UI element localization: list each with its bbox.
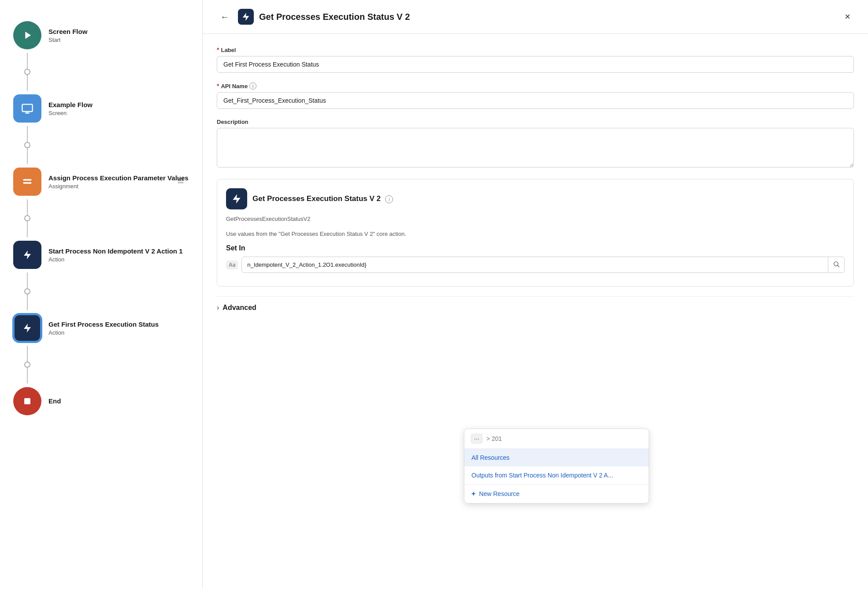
flow-row-get-first-process: Get First Process Execution Status Actio…	[13, 310, 189, 346]
label-label: * Label	[217, 46, 854, 53]
advanced-label: Advanced	[223, 304, 256, 312]
dot-1	[24, 69, 30, 75]
panel-header: ← Get Processes Execution Status V 2 ×	[203, 0, 868, 34]
description-textarea[interactable]	[217, 128, 854, 168]
connector-1b	[27, 75, 28, 91]
label-input[interactable]	[217, 56, 854, 73]
svg-rect-11	[24, 398, 30, 404]
new-resource-label: New Resource	[479, 490, 519, 497]
plus-icon: +	[471, 490, 475, 498]
svg-rect-4	[23, 179, 32, 181]
label-form-group: * Label	[217, 46, 854, 73]
svg-marker-12	[243, 13, 249, 21]
panel-title: Get Processes Execution Status V 2	[259, 12, 836, 22]
action-card-header: Get Processes Execution Status V 2 i	[226, 188, 845, 209]
connector-3b	[27, 221, 28, 237]
start-icon	[13, 21, 41, 49]
end-title: End	[48, 397, 61, 406]
outputs-label: Outputs from Start Process Non Idempoten…	[471, 472, 613, 479]
back-button[interactable]: ←	[217, 10, 233, 24]
dropdown-item-outputs[interactable]: Outputs from Start Process Non Idempoten…	[464, 466, 649, 484]
flow-row-assign-process: Assign Process Execution Parameter Value…	[13, 164, 189, 199]
description-label: Description	[217, 119, 854, 125]
example-flow-label: Example Flow Screen	[48, 101, 93, 117]
execution-id-input[interactable]	[242, 258, 828, 272]
label-required: *	[217, 46, 219, 53]
flow-node-screen-flow[interactable]: Screen Flow Start	[13, 18, 87, 53]
connector-1	[27, 53, 28, 69]
label-text: Label	[221, 47, 236, 53]
panel-header-icon	[238, 9, 254, 25]
connector-5	[27, 346, 28, 362]
action-bolt-icon-1	[13, 241, 41, 269]
start-process-label: Start Process Non Idempotent V 2 Action …	[48, 247, 183, 263]
flow-node-start-process[interactable]: Start Process Non Idempotent V 2 Action …	[13, 237, 183, 272]
connector-2	[27, 126, 28, 142]
dropdown-dots-button[interactable]: ···	[471, 433, 483, 444]
get-first-process-title: Get First Process Execution Status	[48, 320, 159, 329]
dropdown-search-row: ···	[464, 429, 649, 449]
assign-process-title: Assign Process Execution Parameter Value…	[48, 174, 189, 183]
assign-process-label: Assign Process Execution Parameter Value…	[48, 174, 189, 190]
api-info-icon[interactable]: i	[249, 82, 256, 89]
action-card-title-group: Get Processes Execution Status V 2 i	[252, 194, 393, 203]
svg-marker-9	[24, 250, 31, 259]
start-process-subtitle: Action	[48, 256, 183, 263]
close-button[interactable]: ×	[841, 9, 854, 24]
flow-row-end: End	[13, 384, 189, 419]
input-field-group	[241, 257, 845, 273]
input-row: Aa	[226, 257, 845, 273]
dot-3	[24, 215, 30, 221]
all-resources-label: All Resources	[471, 454, 509, 461]
input-search-button[interactable]	[828, 257, 844, 272]
action-bolt-icon-selected	[13, 314, 41, 342]
detail-panel: ← Get Processes Execution Status V 2 × *…	[203, 0, 868, 589]
svg-rect-5	[23, 182, 32, 184]
dropdown-item-all-resources[interactable]: All Resources	[464, 449, 649, 466]
flow-node-end[interactable]: End	[13, 384, 61, 419]
api-name-text: API Name	[221, 83, 248, 89]
svg-line-15	[838, 265, 839, 267]
svg-rect-1	[22, 104, 32, 112]
action-card-info-icon[interactable]: i	[385, 195, 393, 203]
dot-4	[24, 288, 30, 294]
flow-row-example-flow: Example Flow Screen	[13, 91, 189, 126]
input-aa-label: Aa	[226, 261, 238, 269]
flow-row-start-process: Start Process Non Idempotent V 2 Action …	[13, 237, 189, 272]
flow-node-assign-process[interactable]: Assign Process Execution Parameter Value…	[13, 164, 189, 199]
connector-4b	[27, 294, 28, 310]
example-flow-subtitle: Screen	[48, 110, 93, 116]
action-card-title: Get Processes Execution Status V 2	[252, 194, 381, 203]
api-name-input[interactable]	[217, 92, 854, 109]
stop-icon	[13, 387, 41, 415]
input-row-container: Aa ···	[226, 257, 845, 273]
assign-icon	[13, 168, 41, 196]
svg-point-14	[834, 262, 838, 266]
action-card-description: Use values from the "Get Processes Execu…	[226, 230, 845, 239]
flow-node-example-flow[interactable]: Example Flow Screen	[13, 91, 93, 126]
start-process-title: Start Process Non Idempotent V 2 Action …	[48, 247, 183, 256]
dot-5	[24, 362, 30, 368]
advanced-chevron-icon: ›	[217, 304, 219, 312]
advanced-section[interactable]: › Advanced	[217, 296, 854, 319]
description-text: Description	[217, 119, 249, 125]
screen-flow-title: Screen Flow	[48, 27, 87, 36]
flow-node-get-first-process[interactable]: Get First Process Execution Status Actio…	[13, 310, 159, 346]
action-card-api-name: GetProcessesExecutionStatusV2	[226, 215, 845, 224]
end-label: End	[48, 397, 61, 406]
dropdown-search-input[interactable]	[486, 435, 642, 442]
action-card: Get Processes Execution Status V 2 i Get…	[217, 179, 854, 287]
connector-4	[27, 272, 28, 288]
svg-marker-13	[233, 194, 240, 204]
connector-5b	[27, 368, 28, 384]
screen-icon	[13, 94, 41, 123]
new-resource-button[interactable]: + New Resource	[464, 485, 649, 503]
svg-marker-0	[25, 32, 31, 39]
example-flow-title: Example Flow	[48, 101, 93, 109]
flow-canvas: Screen Flow Start Example Flow	[0, 0, 203, 589]
api-name-label: * API Name i	[217, 82, 854, 89]
dot-2	[24, 142, 30, 148]
api-required: *	[217, 82, 219, 89]
panel-body: * Label * API Name i Description	[203, 34, 868, 331]
api-name-form-group: * API Name i	[217, 82, 854, 109]
